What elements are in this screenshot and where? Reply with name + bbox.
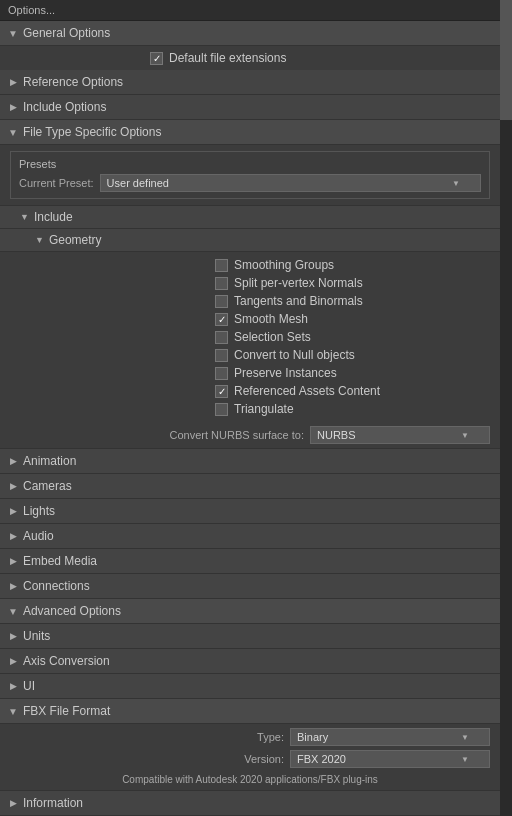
reference-options-label: Reference Options xyxy=(23,75,123,89)
referenced-assets-row: Referenced Assets Content xyxy=(0,382,500,400)
fbx-type-row: Type: Binary ▼ Version: FBX 2020 ▼ Compa… xyxy=(0,724,500,791)
smoothing-groups-label: Smoothing Groups xyxy=(234,258,334,272)
file-type-label: File Type Specific Options xyxy=(23,125,162,139)
split-normals-checkbox[interactable] xyxy=(215,277,228,290)
units-arrow xyxy=(10,631,17,641)
preset-arrow-icon: ▼ xyxy=(452,179,460,188)
tangents-checkbox[interactable] xyxy=(215,295,228,308)
cameras-label: Cameras xyxy=(23,479,72,493)
fbx-compatible-row: Compatible with Autodesk 2020 applicatio… xyxy=(10,772,490,786)
reference-options-arrow xyxy=(10,77,17,87)
scrollbar-thumb[interactable] xyxy=(500,0,512,120)
include-options-label: Include Options xyxy=(23,100,106,114)
axis-conversion-arrow xyxy=(10,656,17,666)
current-preset-label: Current Preset: xyxy=(19,177,94,189)
preserve-instances-checkbox[interactable] xyxy=(215,367,228,380)
smooth-mesh-checkbox[interactable] xyxy=(215,313,228,326)
general-options-header[interactable]: General Options xyxy=(0,21,500,46)
general-options-label: General Options xyxy=(23,26,110,40)
connections-arrow xyxy=(10,581,17,591)
include-arrow: ▼ xyxy=(20,212,29,222)
geometry-checkboxes: Smoothing Groups Split per-vertex Normal… xyxy=(0,252,500,422)
presets-box: Presets Current Preset: User defined ▼ xyxy=(10,151,490,199)
convert-nurbs-value: NURBS xyxy=(317,429,356,441)
selection-sets-checkbox[interactable] xyxy=(215,331,228,344)
preset-value: User defined xyxy=(107,177,169,189)
embed-media-arrow xyxy=(10,556,17,566)
file-type-header[interactable]: File Type Specific Options xyxy=(0,120,500,145)
advanced-options-arrow xyxy=(8,606,18,617)
selection-sets-row: Selection Sets xyxy=(0,328,500,346)
split-normals-label: Split per-vertex Normals xyxy=(234,276,363,290)
animation-row[interactable]: Animation xyxy=(0,449,500,474)
fbx-compatible-text: Compatible with Autodesk 2020 applicatio… xyxy=(122,774,378,785)
fbx-version-arrow-icon: ▼ xyxy=(461,755,469,764)
fbx-type-select[interactable]: Binary ▼ xyxy=(290,728,490,746)
smoothing-groups-row: Smoothing Groups xyxy=(0,256,500,274)
ui-row[interactable]: UI xyxy=(0,674,500,699)
cameras-row[interactable]: Cameras xyxy=(0,474,500,499)
triangulate-row: Triangulate xyxy=(0,400,500,418)
fbx-type-value: Binary xyxy=(297,731,328,743)
smooth-mesh-row: Smooth Mesh xyxy=(0,310,500,328)
presets-title: Presets xyxy=(19,158,481,170)
ui-label: UI xyxy=(23,679,35,693)
lights-row[interactable]: Lights xyxy=(0,499,500,524)
referenced-assets-checkbox[interactable] xyxy=(215,385,228,398)
preset-select[interactable]: User defined ▼ xyxy=(100,174,481,192)
tangents-label: Tangents and Binormals xyxy=(234,294,363,308)
default-file-extensions-checkbox[interactable] xyxy=(150,52,163,65)
connections-label: Connections xyxy=(23,579,90,593)
fbx-version-value: FBX 2020 xyxy=(297,753,346,765)
animation-label: Animation xyxy=(23,454,76,468)
embed-media-row[interactable]: Embed Media xyxy=(0,549,500,574)
selection-sets-label: Selection Sets xyxy=(234,330,311,344)
geometry-arrow: ▼ xyxy=(35,235,44,245)
referenced-assets-label: Referenced Assets Content xyxy=(234,384,380,398)
information-label: Information xyxy=(23,796,83,810)
geometry-header[interactable]: ▼ Geometry xyxy=(0,229,500,252)
nurbs-arrow-icon: ▼ xyxy=(461,431,469,440)
general-options-content: Default file extensions xyxy=(0,46,500,70)
convert-null-checkbox[interactable] xyxy=(215,349,228,362)
general-options-arrow xyxy=(8,28,18,39)
axis-conversion-row[interactable]: Axis Conversion xyxy=(0,649,500,674)
main-content: Options... General Options Default file … xyxy=(0,0,500,816)
include-subsection-header[interactable]: ▼ Include xyxy=(0,206,500,229)
embed-media-label: Embed Media xyxy=(23,554,97,568)
audio-label: Audio xyxy=(23,529,54,543)
geometry-label: Geometry xyxy=(49,233,102,247)
split-normals-row: Split per-vertex Normals xyxy=(0,274,500,292)
default-file-extensions-row: Default file extensions xyxy=(0,46,500,70)
include-options-arrow xyxy=(10,102,17,112)
tangents-row: Tangents and Binormals xyxy=(0,292,500,310)
convert-nurbs-select[interactable]: NURBS ▼ xyxy=(310,426,490,444)
scrollbar-track[interactable] xyxy=(500,0,512,816)
cameras-arrow xyxy=(10,481,17,491)
animation-arrow xyxy=(10,456,17,466)
file-type-arrow xyxy=(8,127,18,138)
convert-nurbs-label: Convert NURBS surface to: xyxy=(10,429,304,441)
presets-row: Current Preset: User defined ▼ xyxy=(19,174,481,192)
smooth-mesh-label: Smooth Mesh xyxy=(234,312,308,326)
axis-conversion-label: Axis Conversion xyxy=(23,654,110,668)
fbx-arrow xyxy=(8,706,18,717)
fbx-version-select[interactable]: FBX 2020 ▼ xyxy=(290,750,490,768)
advanced-options-header[interactable]: Advanced Options xyxy=(0,599,500,624)
fbx-file-format-header[interactable]: FBX File Format xyxy=(0,699,500,724)
reference-options-header[interactable]: Reference Options xyxy=(0,70,500,95)
triangulate-checkbox[interactable] xyxy=(215,403,228,416)
preserve-instances-label: Preserve Instances xyxy=(234,366,337,380)
fbx-version-inner: Version: FBX 2020 ▼ xyxy=(10,750,490,768)
title-text: Options... xyxy=(8,4,55,16)
information-row[interactable]: Information xyxy=(0,791,500,816)
connections-row[interactable]: Connections xyxy=(0,574,500,599)
preserve-instances-row: Preserve Instances xyxy=(0,364,500,382)
audio-arrow xyxy=(10,531,17,541)
advanced-options-label: Advanced Options xyxy=(23,604,121,618)
fbx-type-inner: Type: Binary ▼ xyxy=(10,728,490,746)
include-options-header[interactable]: Include Options xyxy=(0,95,500,120)
units-row[interactable]: Units xyxy=(0,624,500,649)
audio-row[interactable]: Audio xyxy=(0,524,500,549)
smoothing-groups-checkbox[interactable] xyxy=(215,259,228,272)
